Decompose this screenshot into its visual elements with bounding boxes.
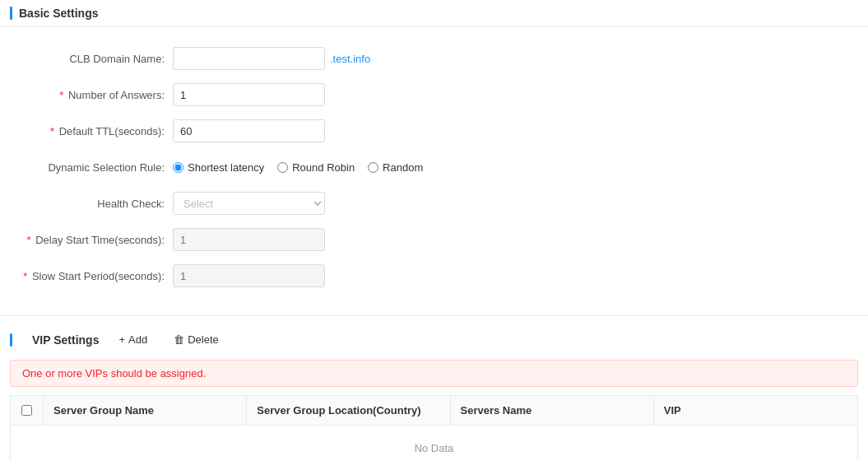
basic-settings-title: Basic Settings [19,7,98,20]
dynamic-selection-row: Dynamic Selection Rule: Shortest latency… [0,154,868,180]
radio-shortest-latency-label: Shortest latency [188,161,264,174]
delay-start-input[interactable] [173,228,325,251]
th-checkbox [11,396,44,425]
required-star-ttl: * [50,125,54,137]
delay-start-row: * Delay Start Time(seconds): [0,226,868,253]
clb-domain-label: CLB Domain Name: [0,53,173,65]
radio-group: Shortest latency Round Robin Random [173,161,423,174]
delete-label: Delete [188,333,219,346]
radio-random-label: Random [383,161,423,174]
basic-settings-form: CLB Domain Name: .test.info * Number of … [0,27,868,316]
dynamic-selection-label: Dynamic Selection Rule: [0,161,173,174]
health-check-label: Health Check: [0,198,173,210]
delete-vip-button[interactable]: 🗑 Delete [167,331,225,348]
table-header-row: Server Group Name Server Group Location(… [10,395,858,425]
num-answers-label: * Number of Answers: [0,89,173,101]
vip-settings-header: VIP Settings + Add 🗑 Delete [0,324,868,355]
delay-start-label: * Delay Start Time(seconds): [0,234,173,246]
select-all-checkbox[interactable] [21,405,32,416]
section-bar [10,7,12,20]
add-label: Add [128,333,147,346]
radio-round-robin[interactable]: Round Robin [277,161,355,174]
no-data-text: No Data [11,426,857,461]
health-check-select[interactable]: Select [173,192,325,215]
default-ttl-input[interactable] [173,119,325,142]
slow-start-row: * Slow Start Period(seconds): [0,263,868,289]
add-icon: + [118,333,125,346]
clb-domain-input[interactable] [173,47,325,70]
slow-start-label: * Slow Start Period(seconds): [0,270,173,282]
vip-alert-banner: One or more VIPs should be assigned. [10,360,858,387]
th-vip: VIP [654,396,857,425]
alert-message: One or more VIPs should be assigned. [22,367,206,380]
th-server-group-name: Server Group Name [44,396,247,425]
num-answers-input[interactable] [173,83,325,106]
delete-icon: 🗑 [174,333,184,346]
th-server-group-location: Server Group Location(Country) [247,396,450,425]
vip-table: Server Group Name Server Group Location(… [10,395,858,461]
add-vip-button[interactable]: + Add [112,331,154,348]
required-star: * [59,89,63,101]
basic-settings-header: Basic Settings [0,0,868,27]
vip-settings-section: VIP Settings + Add 🗑 Delete One or more … [0,316,868,461]
th-servers-name: Servers Name [451,396,654,425]
table-body: No Data [10,425,858,461]
required-star-slow: * [23,270,27,282]
health-check-row: Health Check: Select [0,190,868,217]
num-answers-row: * Number of Answers: [0,81,868,108]
vip-section-bar [10,333,12,347]
radio-shortest-latency[interactable]: Shortest latency [173,161,264,174]
clb-domain-row: CLB Domain Name: .test.info [0,45,868,72]
required-star-delay: * [27,234,31,246]
default-ttl-label: * Default TTL(seconds): [0,125,173,137]
radio-random[interactable]: Random [368,161,423,174]
domain-suffix: .test.info [330,53,370,65]
radio-round-robin-label: Round Robin [292,161,355,174]
slow-start-input[interactable] [173,264,325,287]
vip-settings-title: VIP Settings [32,333,99,347]
default-ttl-row: * Default TTL(seconds): [0,118,868,144]
